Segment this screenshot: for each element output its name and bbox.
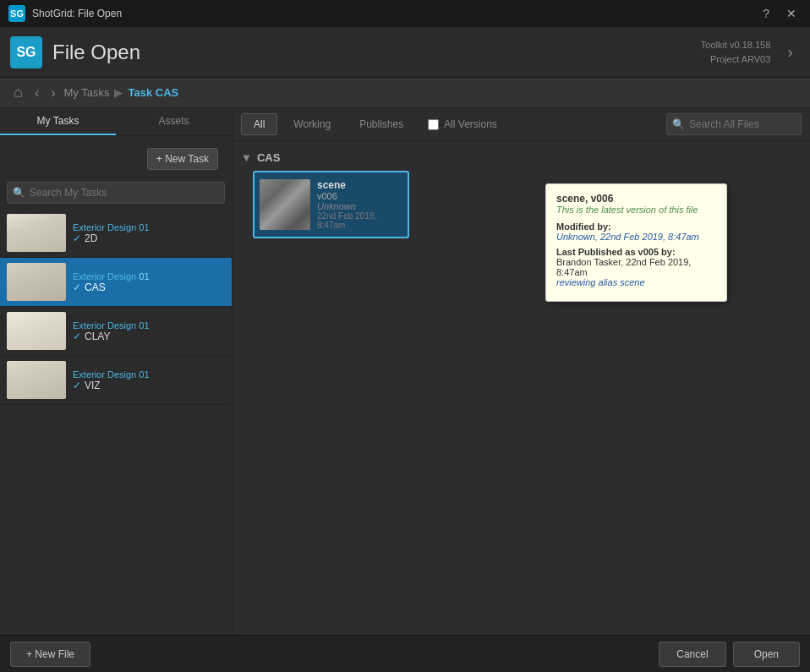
main-content: My Tasks Assets + New Task 🔍 Exterior De… [0,108,810,635]
task-info-viz: Exterior Design 01 ✓ VIZ [73,369,225,391]
tab-all[interactable]: All [241,113,277,135]
task-name-cas: ✓ CAS [73,281,225,293]
breadcrumb: ⌂ ‹ › My Tasks ▶ Task CAS [0,78,810,108]
task-thumb-2d [7,214,66,252]
all-versions-label[interactable]: All Versions [444,118,497,130]
search-files-input[interactable] [666,113,802,135]
new-file-button[interactable]: + New File [10,642,90,667]
tooltip-published-section: Last Published as v005 by: Brandon Taske… [556,247,716,287]
task-info-clay: Exterior Design 01 ✓ CLAY [73,320,225,342]
right-tabs: All Working Publishes All Versions 🔍 [233,108,810,141]
toolkit-version: Toolkit v0.18.158 [701,38,771,52]
right-panel: All Working Publishes All Versions 🔍 ▼ C… [233,108,810,635]
left-panel: My Tasks Assets + New Task 🔍 Exterior De… [0,108,233,635]
back-button[interactable]: ‹ [31,84,42,102]
forward-button[interactable]: › [47,84,58,102]
tab-assets[interactable]: Assets [116,108,232,135]
logo-text: SG [16,45,36,60]
folder-arrow-icon[interactable]: ▼ [241,151,252,164]
file-date-scene: 22nd Feb 2019, 8:47am [317,211,402,230]
task-project-clay: Exterior Design 01 [73,320,225,331]
titlebar: SG ShotGrid: File Open ? ✕ [0,0,810,27]
forward-nav-arrow[interactable]: › [780,39,800,65]
page-title: File Open [52,41,691,64]
check-icon-viz: ✓ [73,380,81,391]
open-button[interactable]: Open [733,642,800,667]
task-project-viz: Exterior Design 01 [73,369,225,380]
file-name-scene: scene [317,179,402,191]
file-tooltip: scene, v006 This is the latest version o… [545,183,727,302]
task-info-cas: Exterior Design 01 ✓ CAS [73,271,225,293]
app-icon-text: SG [10,8,24,19]
tab-working[interactable]: Working [281,113,343,135]
task-thumb-img-2d [7,214,66,252]
tooltip-latest: This is the latest version of this file [556,205,716,215]
task-name-clay: ✓ CLAY [73,331,225,342]
window-title: ShotGrid: File Open [32,8,751,19]
home-button[interactable]: ⌂ [10,82,26,103]
file-browser: ▼ CAS scene v006 Unknown 22nd Feb 2019, … [233,141,810,635]
app-icon: SG [8,5,25,22]
task-project-2d: Exterior Design 01 [73,222,225,232]
search-tasks-input[interactable] [7,182,225,204]
shotgrid-logo: SG [10,36,42,68]
tooltip-modified-value: Unknown, 22nd Feb 2019, 8:47am [556,232,716,242]
search-tasks-icon: 🔍 [13,187,25,199]
search-files-wrap: 🔍 [666,113,802,135]
tooltip-published-value: Brandon Tasker, 22nd Feb 2019, 8:47am [556,257,716,277]
action-buttons: Cancel Open [659,642,800,667]
tab-publishes[interactable]: Publishes [347,113,416,135]
check-icon-2d: ✓ [73,232,81,244]
tooltip-title: scene, v006 [556,193,716,205]
new-task-button[interactable]: + New Task [147,148,218,170]
all-versions-checkbox-group: All Versions [428,118,497,130]
file-card-scene[interactable]: scene v006 Unknown 22nd Feb 2019, 8:47am [253,171,409,238]
file-thumb-img-scene [260,179,310,230]
task-item-2d[interactable]: Exterior Design 01 ✓ 2D [0,209,232,258]
task-item-clay[interactable]: Exterior Design 01 ✓ CLAY [0,307,232,356]
left-tabs: My Tasks Assets [0,108,232,136]
task-thumb-clay [7,312,66,350]
tooltip-modified-label: Modified by: [556,221,716,232]
breadcrumb-separator: ▶ [114,86,123,99]
cancel-button[interactable]: Cancel [659,642,725,667]
toolkit-info: Toolkit v0.18.158 Project ARV03 [701,38,771,66]
tab-my-tasks[interactable]: My Tasks [0,108,116,135]
title-controls: ? ✕ [758,5,802,22]
check-icon-clay: ✓ [73,331,81,342]
task-list: Exterior Design 01 ✓ 2D E [0,209,232,635]
bottom-bar: + New File Cancel Open [0,635,810,672]
all-versions-checkbox[interactable] [428,119,439,130]
file-author-scene: Unknown [317,201,402,211]
search-files-icon: 🔍 [672,118,685,130]
tooltip-published-comment: reviewing alias scene [556,277,716,287]
file-version-scene: v006 [317,191,402,201]
task-thumb-img-clay [7,312,66,350]
folder-name: CAS [257,151,280,164]
task-info-2d: Exterior Design 01 ✓ 2D [73,222,225,244]
task-thumb-cas [7,263,66,301]
task-project-cas: Exterior Design 01 [73,271,225,281]
breadcrumb-task-label: Task CAS [128,86,178,99]
folder-header-cas: ▼ CAS [239,148,803,167]
task-item-viz[interactable]: Exterior Design 01 ✓ VIZ [0,356,232,405]
search-tasks-box: 🔍 [7,182,225,204]
task-name-viz: ✓ VIZ [73,380,225,391]
close-button[interactable]: ✕ [781,5,802,22]
help-button[interactable]: ? [758,5,774,22]
tooltip-modified-section: Modified by: Unknown, 22nd Feb 2019, 8:4… [556,221,716,242]
header: SG File Open Toolkit v0.18.158 Project A… [0,27,810,78]
tooltip-published-label: Last Published as v005 by: [556,247,716,257]
project-label: Project ARV03 [701,52,771,67]
task-thumb-img-viz [7,361,66,399]
breadcrumb-my-tasks[interactable]: My Tasks [64,86,110,99]
task-name-2d: ✓ 2D [73,232,225,244]
file-info-scene: scene v006 Unknown 22nd Feb 2019, 8:47am [317,179,402,230]
file-thumb-scene [260,179,310,230]
check-icon-cas: ✓ [73,281,81,293]
task-thumb-viz [7,361,66,399]
task-item-cas[interactable]: Exterior Design 01 ✓ CAS [0,258,232,307]
task-thumb-img-cas [7,263,66,301]
